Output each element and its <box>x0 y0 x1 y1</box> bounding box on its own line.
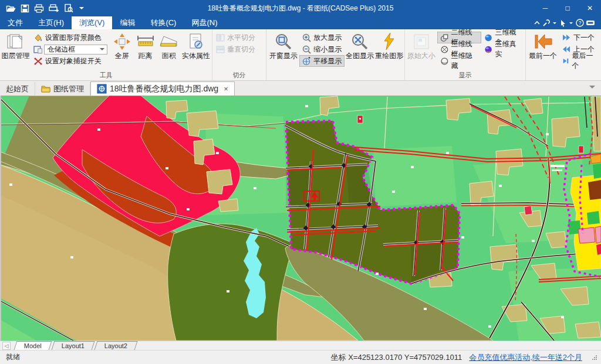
zoom-in-button[interactable]: 放大显示 <box>299 32 345 43</box>
tab-list-dropdown-icon[interactable] <box>589 86 595 89</box>
split-vertical-icon <box>216 46 225 53</box>
tab-start-page[interactable]: 起始页 <box>0 82 35 96</box>
fullscreen-button[interactable]: 全屏 <box>110 30 134 60</box>
folder-icon <box>41 85 50 93</box>
tab-close-icon[interactable]: × <box>224 84 228 93</box>
layers-icon <box>6 31 25 52</box>
tab-drawing-manager[interactable]: 图纸管理 <box>35 82 90 96</box>
hidden-3d-icon <box>440 57 449 66</box>
window-controls: ─ □ ✕ <box>534 0 601 16</box>
zoom-out-button[interactable]: 缩小显示 <box>299 43 345 55</box>
promo-link[interactable]: 会员充值优惠活动,续一年送2个月 <box>469 352 582 363</box>
maximize-button[interactable]: □ <box>556 0 579 16</box>
menu-home[interactable]: 主页(H) <box>31 16 72 29</box>
wrench-dropdown-icon[interactable] <box>553 22 556 24</box>
open-icon[interactable] <box>6 4 16 13</box>
minimize-button[interactable]: ─ <box>534 0 556 16</box>
frame-combo-row: 仓储边框 <box>31 43 110 55</box>
save-icon[interactable] <box>21 4 29 13</box>
tab-model[interactable]: Model <box>14 341 52 350</box>
group-label-display: 显示 <box>406 71 525 80</box>
original-size-icon <box>413 31 430 52</box>
realistic-3d-icon <box>484 45 492 54</box>
lightning-icon <box>382 31 396 52</box>
resize-grip[interactable] <box>592 355 597 360</box>
layout-tab-scroll-left[interactable]: ◁ <box>2 342 11 350</box>
split-horizontal-icon <box>216 34 225 42</box>
collapse-ribbon-icon[interactable] <box>534 20 541 26</box>
combo-caret-icon <box>100 48 104 50</box>
menu-cloud[interactable]: 网盘(N) <box>184 16 225 29</box>
qat-dropdown-icon[interactable] <box>79 7 84 9</box>
dark-green-band <box>168 224 293 341</box>
wireframe-2d-icon <box>440 33 449 42</box>
window-zoom-button[interactable]: 开窗显示 <box>267 30 299 60</box>
print-send-icon[interactable] <box>49 4 59 13</box>
cursor-dropdown-icon[interactable] <box>569 22 573 24</box>
title-bar: 18吐鲁番概念规划电力图.dwg - 看图纸(CADSee Plus) 2015… <box>0 0 601 16</box>
redraw-button[interactable]: 重绘图形 <box>375 30 404 60</box>
status-ready: 就绪 <box>6 352 20 362</box>
set-bg-color-button[interactable]: 设置图形背景颜色 <box>31 32 110 43</box>
wireframe-3d-icon <box>440 45 449 54</box>
fit-all-icon <box>350 31 369 52</box>
tab-active-drawing[interactable]: 18吐鲁番概念规划电力图.dwg × <box>90 81 235 96</box>
snap-icon <box>33 57 43 66</box>
area-icon <box>158 31 178 52</box>
print-icon[interactable] <box>34 4 44 13</box>
ruler-icon <box>136 31 155 52</box>
last-button[interactable]: 最后一个 <box>559 55 598 67</box>
group-label-split: 切分 <box>213 71 265 80</box>
svg-text:?: ? <box>579 20 582 26</box>
entity-props-icon <box>188 31 204 52</box>
fullscreen-icon <box>113 31 131 52</box>
menu-file[interactable]: 文件 <box>0 16 31 29</box>
ribbon-group-tools: 图层管理 设置图形背景颜色 仓储边框 <box>0 29 212 80</box>
fit-all-button[interactable]: 全图显示 <box>345 30 374 60</box>
cursor-icon[interactable] <box>559 19 566 27</box>
paint-bucket-icon <box>33 33 43 42</box>
next-button[interactable]: 下一个 <box>559 32 598 43</box>
tab-layout2[interactable]: Layout2 <box>94 341 138 350</box>
menu-browse[interactable]: 浏览(V) <box>72 16 112 29</box>
ribbon-group-display: 原始大小 二维线框 三维线框 三维隐藏 <box>405 29 526 80</box>
window-zoom-icon <box>274 31 293 52</box>
menu-convert[interactable]: 转换(C) <box>143 16 184 29</box>
frame-combobox[interactable]: 仓储边框 <box>44 45 107 55</box>
pan-button[interactable]: 平移显示 <box>299 55 345 67</box>
layout-tab-bar: ◁ Model Layout1 Layout2 <box>0 341 601 350</box>
area-button[interactable]: 面积 <box>157 30 181 60</box>
app-window: 18吐鲁番概念规划电力图.dwg - 看图纸(CADSee Plus) 2015… <box>0 0 601 364</box>
entity-props-button[interactable]: 实体属性 <box>180 30 211 60</box>
zoom-in-icon <box>302 33 311 42</box>
layer-manager-button[interactable]: 图层管理 <box>1 30 31 60</box>
original-size-button[interactable]: 原始大小 <box>406 30 437 60</box>
drawing-canvas[interactable] <box>0 96 601 341</box>
status-coordinates: 坐标 X=425123.0170 Y=4757029.1011 <box>331 352 462 363</box>
menu-right-tools: ? <box>534 16 601 29</box>
concept-3d-icon <box>484 33 492 42</box>
split-vertical-button[interactable]: 垂直切分 <box>213 43 258 55</box>
print-preview-icon[interactable] <box>64 4 73 13</box>
zoom-out-icon <box>302 45 311 54</box>
wrench-icon[interactable] <box>542 19 550 27</box>
window-title: 18吐鲁番概念规划电力图.dwg - 看图纸(CADSee Plus) 2015 <box>0 4 601 13</box>
split-horizontal-button[interactable]: 水平切分 <box>213 32 258 43</box>
map-canvas[interactable] <box>0 96 601 341</box>
last-icon <box>562 57 569 64</box>
dwg-file-icon <box>97 84 107 94</box>
hidden-3d-button[interactable]: 三维隐藏 <box>437 55 482 67</box>
tab-layout1[interactable]: Layout1 <box>52 341 95 350</box>
close-button[interactable]: ✕ <box>579 0 601 16</box>
snap-toggle-button[interactable]: 设置对象捕捉开关 <box>31 55 110 67</box>
menu-edit[interactable]: 编辑 <box>112 16 143 29</box>
status-bar: 就绪 坐标 X=425123.0170 Y=4757029.1011 会员充值优… <box>0 350 601 364</box>
help-icon[interactable]: ? <box>576 19 584 27</box>
feedback-icon[interactable] <box>586 20 595 26</box>
realistic-3d-button[interactable]: 三维真实 <box>481 43 525 55</box>
first-button[interactable]: 最前一个 <box>526 30 559 60</box>
next-icon <box>562 34 571 41</box>
distance-button[interactable]: 距离 <box>134 30 157 60</box>
document-tab-strip: 起始页 图纸管理 18吐鲁番概念规划电力图.dwg × <box>0 81 601 96</box>
quick-access-toolbar <box>0 4 90 13</box>
